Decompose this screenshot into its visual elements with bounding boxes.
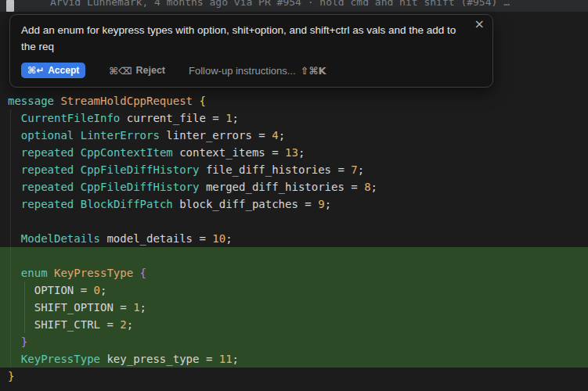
- code-token: SHIFT_OPTION =: [8, 301, 133, 314]
- code-token: [133, 267, 139, 279]
- code-token: repeated: [21, 181, 74, 193]
- code-token: KeyPressType: [54, 267, 133, 279]
- code-token: [74, 163, 80, 176]
- code-token: repeated: [21, 198, 74, 210]
- followup-shortcut: ⇧⌘K: [301, 65, 326, 77]
- code-token: ;: [233, 353, 239, 365]
- code-token: [74, 146, 80, 159]
- code-line[interactable]: repeated BlockDiffPatch block_diff_patch…: [0, 196, 588, 213]
- code-token: ;: [225, 232, 232, 245]
- code-line[interactable]: }: [0, 368, 588, 385]
- code-token: repeated: [21, 163, 74, 176]
- code-token: model_details =: [100, 232, 212, 245]
- code-token: 8: [364, 181, 370, 193]
- code-token: [74, 198, 80, 210]
- code-line[interactable]: message StreamHoldCppRequest {: [0, 92, 588, 109]
- reject-label: Reject: [135, 65, 165, 76]
- code-line[interactable]: optional LinterErrors linter_errors = 4;: [0, 127, 588, 144]
- followup-instructions-button[interactable]: Follow-up instructions... ⇧⌘K: [189, 65, 326, 77]
- code-token: ;: [127, 318, 133, 331]
- code-line[interactable]: repeated CppContextItem context_items = …: [0, 144, 588, 161]
- code-token: 1: [133, 301, 139, 314]
- code-token: ;: [325, 198, 331, 210]
- reject-button[interactable]: ⌘⌫ Reject: [109, 65, 165, 77]
- code-line[interactable]: }: [0, 333, 588, 350]
- code-line[interactable]: [0, 213, 588, 230]
- code-line[interactable]: CurrentFileInfo current_file = 1;: [0, 109, 588, 127]
- text-cursor: [6, 0, 14, 12]
- followup-label: Follow-up instructions...: [189, 65, 296, 77]
- code-line[interactable]: OPTION = 0;: [0, 282, 588, 299]
- code-token: LinterErrors: [81, 129, 160, 142]
- code-token: ModelDetails: [21, 232, 100, 245]
- code-token: 11: [219, 353, 233, 365]
- code-token: }: [8, 370, 14, 382]
- code-token: CppContextItem: [81, 146, 173, 159]
- code-token: BlockDiffPatch: [81, 198, 173, 210]
- code-token: [8, 353, 21, 365]
- code-token: ;: [233, 112, 239, 124]
- code-token: repeated: [21, 146, 74, 159]
- popup-actions: ⌘↵ Accept ⌘⌫ Reject Follow-up instructio…: [10, 55, 492, 87]
- code-token: [8, 181, 21, 193]
- git-blame-line[interactable]: Arvid Lunnemark, 4 months ago via PR #95…: [0, 0, 588, 12]
- code-area: message StreamHoldCppRequest { CurrentFi…: [0, 92, 588, 385]
- code-token: [74, 181, 80, 193]
- code-token: 4: [272, 129, 278, 142]
- code-token: [8, 198, 21, 210]
- code-line[interactable]: enum KeyPressType {: [0, 264, 588, 282]
- code-token: message: [8, 95, 60, 107]
- code-line[interactable]: SHIFT_OPTION = 1;: [0, 299, 588, 316]
- code-token: linter_errors =: [160, 129, 272, 142]
- code-token: KeyPressType: [21, 353, 100, 365]
- code-token: 2: [120, 318, 126, 331]
- code-token: [8, 146, 21, 159]
- code-token: [48, 267, 54, 279]
- code-line[interactable]: [0, 247, 588, 264]
- code-token: [8, 267, 21, 279]
- code-token: context_items =: [173, 146, 285, 159]
- accept-label: Accept: [48, 65, 79, 76]
- code-token: }: [21, 335, 27, 348]
- code-token: ;: [140, 301, 146, 314]
- code-line[interactable]: SHIFT_CTRL = 2;: [0, 316, 588, 333]
- code-token: SHIFT_CTRL =: [8, 318, 120, 331]
- git-blame-text: Arvid Lunnemark, 4 months ago via PR #95…: [50, 0, 510, 10]
- code-line[interactable]: repeated CppFileDiffHistory file_diff_hi…: [0, 161, 588, 178]
- code-token: 10: [212, 232, 225, 245]
- code-token: ;: [371, 181, 377, 193]
- code-token: block_diff_patches =: [173, 198, 318, 210]
- code-token: [8, 112, 21, 124]
- code-line[interactable]: repeated CppFileDiffHistory merged_diff_…: [0, 178, 588, 196]
- code-token: optional: [21, 129, 74, 142]
- prompt-text: Add an enum for keypress types with opti…: [10, 15, 492, 55]
- code-token: ;: [358, 163, 364, 176]
- code-token: CppFileDiffHistory: [81, 163, 200, 176]
- code-token: 7: [351, 163, 357, 176]
- code-token: [8, 163, 21, 176]
- code-token: 0: [94, 284, 100, 296]
- ai-edit-popup: × Add an enum for keypress types with op…: [9, 14, 493, 88]
- code-token: [8, 129, 21, 142]
- code-token: CurrentFileInfo: [21, 112, 120, 124]
- code-token: ;: [100, 284, 106, 296]
- code-token: 13: [285, 146, 298, 159]
- close-icon[interactable]: ×: [474, 16, 485, 32]
- code-token: {: [199, 95, 205, 107]
- code-token: {: [140, 267, 146, 279]
- accept-shortcut-icon: ⌘↵: [27, 65, 44, 76]
- reject-shortcut-icon: ⌘⌫: [109, 65, 132, 77]
- code-token: 9: [318, 198, 324, 210]
- accept-button[interactable]: ⌘↵ Accept: [21, 63, 85, 78]
- code-token: ;: [279, 129, 285, 142]
- code-token: key_press_type =: [100, 353, 219, 365]
- code-line[interactable]: ModelDetails model_details = 10;: [0, 230, 588, 247]
- code-line[interactable]: KeyPressType key_press_type = 11;: [0, 350, 588, 368]
- code-token: StreamHoldCppRequest: [60, 95, 193, 107]
- code-token: OPTION =: [8, 284, 94, 296]
- code-token: 1: [225, 112, 232, 124]
- code-token: ;: [298, 146, 305, 159]
- code-token: [8, 232, 21, 245]
- code-token: file_diff_histories =: [199, 163, 351, 176]
- code-token: merged_diff_histories =: [199, 181, 364, 193]
